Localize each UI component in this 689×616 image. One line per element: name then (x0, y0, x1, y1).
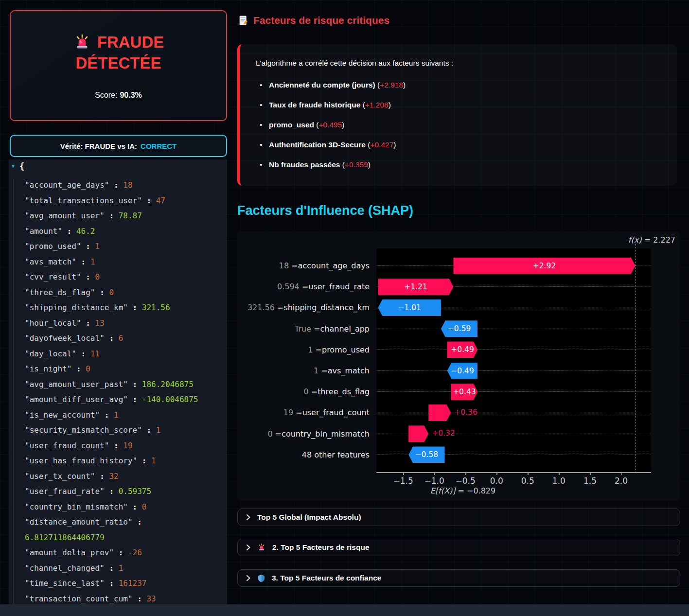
json-key: "hour_local" (25, 318, 81, 328)
json-entry: "user_tx_count" : 32 (25, 469, 223, 484)
json-key: "account_age_days" (25, 180, 109, 190)
x-axis (376, 472, 651, 473)
shap-bar-48-other-features: −0.58 (408, 446, 444, 463)
json-value: 18 (123, 180, 132, 190)
indent-guide (13, 179, 14, 604)
x-tick-label: −1.5 (391, 476, 415, 486)
json-entry: "day_local" : 11 (25, 346, 223, 362)
expander-top5-confiance[interactable]: 3. Top 5 Facteurs de confiance (237, 569, 680, 587)
json-key: "time_since_last" (25, 579, 105, 588)
shap-bar-three_ds_flag: +0.43 (451, 384, 477, 400)
json-key: "transaction_count_cum" (25, 594, 133, 603)
json-value: -140.0046875 (142, 395, 198, 404)
expected-value-number: = −0.829 (455, 486, 495, 495)
json-value: 1 (114, 410, 119, 420)
json-entry: "dayofweek_local" : 6 (25, 331, 223, 346)
json-key: "user_has_fraud_history" (25, 456, 137, 465)
shap-bar-value: +0.36 (454, 408, 477, 417)
shap-chart-card: f(x) = 2.227 18 = account_age_days0.594 … (237, 231, 680, 501)
json-entry: "avg_amount_user_past" : 186.2046875 (25, 377, 223, 392)
feature-value: True = (295, 324, 320, 334)
expected-value-math: E[f(X)] (430, 486, 456, 495)
feature-label: 48 other features (237, 444, 370, 465)
json-key: "distance_amount_ratio" (25, 517, 133, 527)
expander-top5-global[interactable]: Top 5 Global (Impact Absolu) (237, 509, 680, 526)
json-key: "amount" (25, 227, 62, 236)
shap-bar-country_bin_mismatch (408, 425, 428, 442)
shap-bar-channel_app: −0.59 (441, 320, 478, 337)
json-value: 0 (109, 288, 114, 297)
json-key: "amount_delta_prev" (25, 548, 114, 557)
json-colon: : (137, 456, 151, 465)
json-colon: : (105, 211, 119, 220)
expander-top5-risque[interactable]: 2. Top 5 Facteurs de risque (237, 539, 680, 556)
json-value: 78.87 (119, 211, 142, 220)
feature-value: 0 = (267, 429, 282, 439)
json-value: 1 (156, 425, 161, 435)
shap-bar-promo_used: +0.49 (447, 341, 478, 358)
json-entry: "total_transactions_user" : 47 (25, 193, 223, 209)
json-value: 13 (95, 318, 105, 328)
json-entry: "cvv_result" : 0 (25, 269, 223, 285)
json-entry: "security_mismatch_score" : 1 (25, 422, 223, 438)
feature-label: 1 = avs_match (237, 360, 370, 381)
json-entry: "amount" : 46.2 (25, 224, 223, 239)
shap-bar-avs_match: −0.49 (447, 363, 478, 379)
feature-name: shipping_distance_km (283, 303, 370, 312)
verdict-result: CORRECT (141, 142, 177, 150)
json-key: "user_fraud_rate" (25, 487, 105, 496)
json-open-brace: { (19, 161, 24, 171)
fraud-score: Score:90.3% (11, 91, 226, 100)
json-key: "is_new_account" (25, 410, 100, 420)
json-entry: "amount_diff_user_avg" : -140.0046875 (25, 392, 223, 407)
json-entry: "account_age_days" : 18 (25, 177, 223, 193)
risk-factor-item: Ancienneté du compte (jours) (+2.918) (260, 79, 662, 90)
feature-labels: 18 = account_age_days0.594 = user_fraud_… (237, 248, 370, 472)
risk-factor-item: Nb fraudes passées (+0.359) (260, 159, 662, 170)
risk-factor-item: promo_used (+0.495) (260, 119, 662, 130)
shap-bar-value: +2.92 (533, 262, 556, 270)
x-tick-label: 1.5 (578, 476, 602, 486)
collapse-triangle-icon[interactable]: ▼ (12, 163, 15, 169)
shap-bar-value: −0.59 (448, 324, 471, 333)
json-value: 186.2046875 (142, 380, 194, 389)
risk-factor-label: Authentification 3D-Secure (269, 141, 366, 149)
json-colon: : (128, 502, 142, 511)
feature-name: user_fraud_rate (308, 282, 370, 291)
shap-bar-value: −0.49 (451, 367, 474, 375)
feature-name: country_bin_mismatch (282, 429, 370, 439)
risk-factor-value: +0.427 (370, 141, 393, 149)
json-colon: : (100, 410, 114, 420)
json-value: 6.812711864406779 (25, 533, 105, 542)
json-key: "user_fraud_count" (25, 441, 109, 450)
feature-value: 1 = (314, 366, 328, 375)
x-tick-label: −1.0 (422, 476, 446, 486)
shap-bar-value: −1.01 (398, 303, 421, 312)
fx-math: f(x) (628, 235, 642, 245)
risk-factor-item: Authentification 3D-Secure (+0.427) (260, 139, 662, 150)
json-value: 33 (146, 594, 156, 603)
feature-name: channel_app (320, 324, 370, 334)
json-value: 32 (109, 472, 118, 481)
x-tick (621, 473, 622, 475)
json-entries: "account_age_days" : 18"total_transactio… (9, 176, 227, 604)
x-tick (465, 473, 466, 475)
json-viewer: ▼ { "account_age_days" : 18"total_transa… (9, 159, 227, 604)
chevron-right-icon (246, 514, 251, 521)
feature-name: avs_match (328, 366, 370, 375)
json-key: "total_transactions_user" (25, 196, 142, 205)
json-value: 46.2 (76, 227, 95, 236)
json-colon: : (128, 395, 142, 404)
risk-factor-label: Ancienneté du compte (jours) (269, 81, 375, 89)
chevron-right-icon (246, 544, 251, 551)
json-value: 47 (156, 196, 165, 205)
x-tick (559, 473, 560, 475)
json-colon: : (76, 257, 90, 266)
json-root-row: ▼ { (9, 159, 227, 176)
json-key: "dayofweek_local" (25, 334, 105, 343)
x-tick (496, 473, 497, 475)
feature-label: 0.594 = user_fraud_rate (237, 276, 370, 297)
json-value: -26 (128, 548, 142, 557)
json-key: "avs_match" (25, 257, 76, 266)
shap-bar-value: +0.43 (453, 387, 476, 396)
